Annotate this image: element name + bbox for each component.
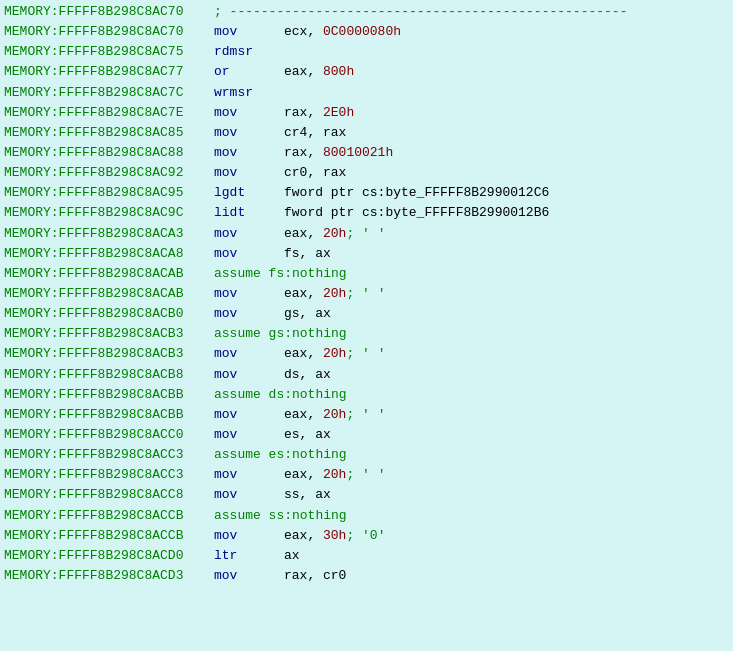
address: MEMORY:FFFFF8B298C8AC70 <box>4 2 214 22</box>
comment: ; --------------------------------------… <box>214 2 627 22</box>
comment: ; ' ' <box>346 344 385 364</box>
table-row: MEMORY:FFFFF8B298C8AC85 movcr4, rax <box>4 123 729 143</box>
number-literal: 20h <box>323 226 346 241</box>
table-row: MEMORY:FFFFF8B298C8AC7C wrmsr <box>4 83 729 103</box>
mnemonic: ltr <box>214 546 284 566</box>
address: MEMORY:FFFFF8B298C8ACA8 <box>4 244 214 264</box>
mnemonic: mov <box>214 22 284 42</box>
table-row: MEMORY:FFFFF8B298C8ACC3 moveax, 20h ; ' … <box>4 465 729 485</box>
address: MEMORY:FFFFF8B298C8ACC3 <box>4 445 214 465</box>
number-literal: 800h <box>323 64 354 79</box>
number-literal: 30h <box>323 528 346 543</box>
mnemonic: mov <box>214 526 284 546</box>
table-row: MEMORY:FFFFF8B298C8ACB8 movds, ax <box>4 365 729 385</box>
address: MEMORY:FFFFF8B298C8AC7C <box>4 83 214 103</box>
address: MEMORY:FFFFF8B298C8ACBB <box>4 405 214 425</box>
address: MEMORY:FFFFF8B298C8AC75 <box>4 42 214 62</box>
operand: eax, 20h <box>284 224 346 244</box>
mnemonic: mov <box>214 224 284 244</box>
table-row: MEMORY:FFFFF8B298C8ACC3 assume es:nothin… <box>4 445 729 465</box>
comment: ; ' ' <box>346 465 385 485</box>
address: MEMORY:FFFFF8B298C8AC95 <box>4 183 214 203</box>
address: MEMORY:FFFFF8B298C8ACB3 <box>4 344 214 364</box>
comment: ; ' ' <box>346 405 385 425</box>
operand: fs, ax <box>284 244 331 264</box>
mnemonic: lidt <box>214 203 284 223</box>
address: MEMORY:FFFFF8B298C8ACC0 <box>4 425 214 445</box>
table-row: MEMORY:FFFFF8B298C8AC77 oreax, 800h <box>4 62 729 82</box>
assume-statement: assume fs:nothing <box>214 264 347 284</box>
table-row: MEMORY:FFFFF8B298C8ACB3 moveax, 20h ; ' … <box>4 344 729 364</box>
assume-statement: assume gs:nothing <box>214 324 347 344</box>
operand: ds, ax <box>284 365 331 385</box>
number-literal: 20h <box>323 407 346 422</box>
address: MEMORY:FFFFF8B298C8ACCB <box>4 526 214 546</box>
mnemonic: mov <box>214 103 284 123</box>
mnemonic: or <box>214 62 284 82</box>
operand: gs, ax <box>284 304 331 324</box>
table-row: MEMORY:FFFFF8B298C8AC92 movcr0, rax <box>4 163 729 183</box>
address: MEMORY:FFFFF8B298C8ACD0 <box>4 546 214 566</box>
mnemonic: mov <box>214 485 284 505</box>
address: MEMORY:FFFFF8B298C8ACBB <box>4 385 214 405</box>
number-literal: 20h <box>323 467 346 482</box>
table-row: MEMORY:FFFFF8B298C8ACAB assume fs:nothin… <box>4 264 729 284</box>
table-row: MEMORY:FFFFF8B298C8ACAB moveax, 20h ; ' … <box>4 284 729 304</box>
operand: es, ax <box>284 425 331 445</box>
table-row: MEMORY:FFFFF8B298C8ACC8 movss, ax <box>4 485 729 505</box>
mnemonic: mov <box>214 123 284 143</box>
table-row: MEMORY:FFFFF8B298C8ACB0 movgs, ax <box>4 304 729 324</box>
table-row: MEMORY:FFFFF8B298C8AC88 movrax, 80010021… <box>4 143 729 163</box>
number-literal: 20h <box>323 286 346 301</box>
operand: ax <box>284 546 300 566</box>
address: MEMORY:FFFFF8B298C8ACD3 <box>4 566 214 586</box>
address: MEMORY:FFFFF8B298C8AC77 <box>4 62 214 82</box>
table-row: MEMORY:FFFFF8B298C8ACCB assume ss:nothin… <box>4 506 729 526</box>
address: MEMORY:FFFFF8B298C8ACB3 <box>4 324 214 344</box>
address: MEMORY:FFFFF8B298C8AC70 <box>4 22 214 42</box>
operand: rax, 80010021h <box>284 143 393 163</box>
operand: rax, cr0 <box>284 566 346 586</box>
mnemonic: lgdt <box>214 183 284 203</box>
operand: eax, 30h <box>284 526 346 546</box>
operand: cr4, rax <box>284 123 346 143</box>
operand: eax, 800h <box>284 62 354 82</box>
address: MEMORY:FFFFF8B298C8ACAB <box>4 284 214 304</box>
address: MEMORY:FFFFF8B298C8ACB8 <box>4 365 214 385</box>
mnemonic: mov <box>214 143 284 163</box>
assume-statement: assume es:nothing <box>214 445 347 465</box>
table-row: MEMORY:FFFFF8B298C8AC70 movecx, 0C000008… <box>4 22 729 42</box>
operand: eax, 20h <box>284 405 346 425</box>
operand: fword ptr cs:byte_FFFFF8B2990012C6 <box>284 183 549 203</box>
address: MEMORY:FFFFF8B298C8ACB0 <box>4 304 214 324</box>
assume-statement: assume ds:nothing <box>214 385 347 405</box>
table-row: MEMORY:FFFFF8B298C8AC9C lidtfword ptr cs… <box>4 203 729 223</box>
address: MEMORY:FFFFF8B298C8ACC8 <box>4 485 214 505</box>
table-row: MEMORY:FFFFF8B298C8ACA3 moveax, 20h ; ' … <box>4 224 729 244</box>
comment: ; ' ' <box>346 284 385 304</box>
mnemonic: mov <box>214 304 284 324</box>
number-literal: 80010021h <box>323 145 393 160</box>
comment: ; ' ' <box>346 224 385 244</box>
address: MEMORY:FFFFF8B298C8AC85 <box>4 123 214 143</box>
number-literal: 20h <box>323 346 346 361</box>
assume-statement: assume ss:nothing <box>214 506 347 526</box>
mnemonic: mov <box>214 244 284 264</box>
operand: eax, 20h <box>284 465 346 485</box>
code-view: MEMORY:FFFFF8B298C8AC70 ; --------------… <box>0 0 733 651</box>
mnemonic: mov <box>214 284 284 304</box>
number-literal: 2E0h <box>323 105 354 120</box>
table-row: MEMORY:FFFFF8B298C8ACD3 movrax, cr0 <box>4 566 729 586</box>
address: MEMORY:FFFFF8B298C8AC7E <box>4 103 214 123</box>
operand: ecx, 0C0000080h <box>284 22 401 42</box>
number-literal: 0C0000080h <box>323 24 401 39</box>
table-row: MEMORY:FFFFF8B298C8AC75 rdmsr <box>4 42 729 62</box>
address: MEMORY:FFFFF8B298C8ACCB <box>4 506 214 526</box>
mnemonic: mov <box>214 465 284 485</box>
address: MEMORY:FFFFF8B298C8ACAB <box>4 264 214 284</box>
table-row: MEMORY:FFFFF8B298C8ACBB assume ds:nothin… <box>4 385 729 405</box>
operand: ss, ax <box>284 485 331 505</box>
table-row: MEMORY:FFFFF8B298C8AC70 ; --------------… <box>4 2 729 22</box>
address: MEMORY:FFFFF8B298C8AC88 <box>4 143 214 163</box>
mnemonic: mov <box>214 344 284 364</box>
